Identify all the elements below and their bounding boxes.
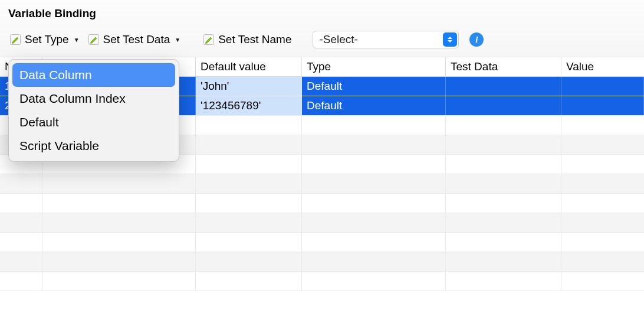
table-cell-empty bbox=[302, 252, 446, 271]
table-cell-empty bbox=[302, 116, 446, 135]
table-cell[interactable]: '123456789' bbox=[196, 96, 302, 115]
table-cell-empty bbox=[302, 135, 446, 154]
table-cell-empty bbox=[446, 174, 561, 193]
table-row-empty bbox=[0, 174, 644, 194]
set-test-data-label: Set Test Data bbox=[103, 33, 170, 46]
table-cell-empty bbox=[0, 233, 42, 252]
set-test-name-label: Set Test Name bbox=[218, 33, 291, 46]
table-cell-empty bbox=[42, 174, 196, 193]
table-cell-empty bbox=[196, 272, 302, 291]
menu-item-data-column[interactable]: Data Column bbox=[12, 63, 175, 87]
col-default-value[interactable]: Default value bbox=[196, 57, 302, 76]
caret-down-icon: ▼ bbox=[74, 37, 80, 43]
set-test-data-button[interactable]: Set Test Data ▼ bbox=[87, 32, 182, 47]
table-cell-empty bbox=[446, 135, 561, 154]
table-cell-empty bbox=[196, 252, 302, 271]
table-cell-empty bbox=[446, 155, 561, 174]
table-cell-empty bbox=[302, 194, 446, 213]
table-cell-empty bbox=[446, 116, 561, 135]
table-cell[interactable] bbox=[561, 77, 644, 96]
table-cell[interactable]: Default bbox=[302, 77, 446, 96]
table-cell-empty bbox=[196, 233, 302, 252]
table-row-empty bbox=[0, 233, 644, 252]
table-cell-empty bbox=[0, 252, 42, 271]
table-row-empty bbox=[0, 272, 644, 291]
table-cell-empty bbox=[196, 174, 302, 193]
col-test-data[interactable]: Test Data bbox=[446, 57, 561, 76]
menu-item-script-variable[interactable]: Script Variable bbox=[12, 134, 175, 158]
menu-item-default[interactable]: Default bbox=[12, 110, 175, 134]
set-test-name-button[interactable]: Set Test Name bbox=[202, 32, 293, 47]
table-cell-empty bbox=[561, 116, 644, 135]
table-cell-empty bbox=[0, 194, 42, 213]
table-cell-empty bbox=[446, 213, 561, 232]
table-cell-empty bbox=[561, 272, 644, 291]
table-cell-empty bbox=[302, 233, 446, 252]
test-name-select[interactable]: -Select- bbox=[313, 31, 459, 48]
table-cell-empty bbox=[302, 272, 446, 291]
table-cell[interactable]: Default bbox=[302, 96, 446, 115]
table-cell-empty bbox=[196, 155, 302, 174]
table-cell[interactable]: 'John' bbox=[196, 77, 302, 96]
table-cell-empty bbox=[0, 174, 42, 193]
table-cell-empty bbox=[561, 155, 644, 174]
set-type-label: Set Type bbox=[25, 33, 69, 46]
pencil-icon bbox=[9, 34, 21, 45]
table-cell-empty bbox=[561, 174, 644, 193]
table-cell-empty bbox=[302, 174, 446, 193]
table-cell-empty bbox=[561, 194, 644, 213]
table-cell[interactable] bbox=[561, 96, 644, 115]
table-cell-empty bbox=[196, 135, 302, 154]
table-cell-empty bbox=[561, 213, 644, 232]
table-cell-empty bbox=[561, 233, 644, 252]
select-value: -Select- bbox=[319, 33, 357, 46]
toolbar: Set Type ▼ Set Test Data ▼ Set Test Name… bbox=[8, 31, 636, 53]
menu-item-data-column-index[interactable]: Data Column Index bbox=[12, 87, 175, 110]
pencil-icon bbox=[88, 34, 100, 45]
table-cell-empty bbox=[196, 213, 302, 232]
table-cell-empty bbox=[561, 135, 644, 154]
table-cell-empty bbox=[302, 155, 446, 174]
table-cell[interactable] bbox=[446, 96, 561, 115]
table-cell-empty bbox=[302, 213, 446, 232]
table-cell-empty bbox=[42, 252, 196, 271]
col-type[interactable]: Type bbox=[302, 57, 446, 76]
table-row-empty bbox=[0, 194, 644, 213]
set-type-menu: Data ColumnData Column IndexDefaultScrip… bbox=[8, 59, 179, 162]
col-value[interactable]: Value bbox=[561, 57, 644, 76]
table-row-empty bbox=[0, 252, 644, 272]
table-cell-empty bbox=[0, 213, 42, 232]
table-cell-empty bbox=[196, 194, 302, 213]
table-cell-empty bbox=[42, 213, 196, 232]
table-cell-empty bbox=[561, 252, 644, 271]
panel-header: Variable Binding Set Type ▼ Set Test Dat… bbox=[0, 0, 644, 57]
set-type-button[interactable]: Set Type ▼ bbox=[8, 32, 81, 47]
table-cell-empty bbox=[446, 252, 561, 271]
info-icon[interactable]: i bbox=[469, 32, 484, 47]
pencil-icon bbox=[203, 34, 215, 45]
table-cell-empty bbox=[446, 233, 561, 252]
table-cell-empty bbox=[42, 272, 196, 291]
select-handle-icon bbox=[443, 32, 457, 47]
table-cell-empty bbox=[446, 272, 561, 291]
table-cell-empty bbox=[196, 116, 302, 135]
table-cell[interactable] bbox=[446, 77, 561, 96]
table-row-empty bbox=[0, 213, 644, 233]
table-cell-empty bbox=[446, 194, 561, 213]
caret-down-icon: ▼ bbox=[175, 37, 180, 43]
table-cell-empty bbox=[42, 233, 196, 252]
table-cell-empty bbox=[0, 272, 42, 291]
table-cell-empty bbox=[42, 194, 196, 213]
panel-title: Variable Binding bbox=[8, 7, 636, 20]
